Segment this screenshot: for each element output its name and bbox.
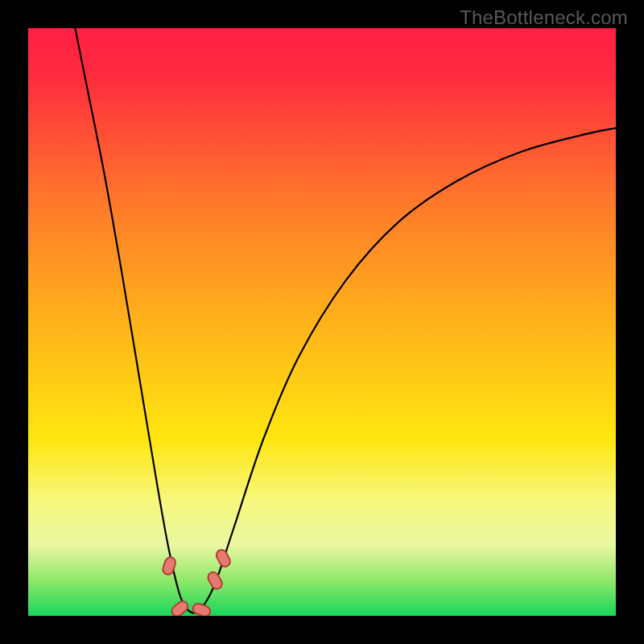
plot-area — [28, 28, 616, 616]
chart-canvas — [28, 28, 616, 616]
chart-outer-frame: TheBottleneck.com — [0, 0, 644, 644]
gradient-background — [28, 28, 616, 616]
watermark-text: TheBottleneck.com — [460, 6, 628, 29]
